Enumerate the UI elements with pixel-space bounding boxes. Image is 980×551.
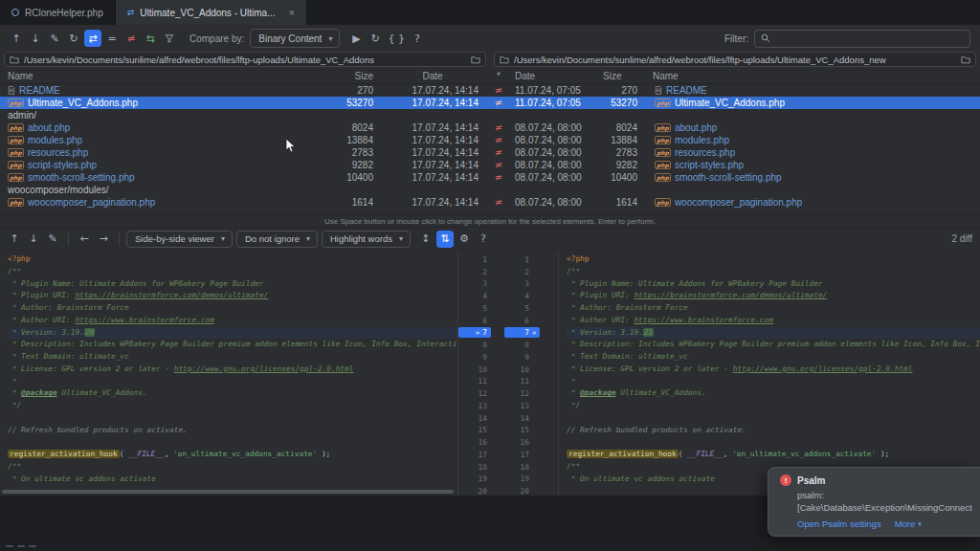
show-new-files-icon[interactable]: ⇆	[142, 30, 159, 47]
file-date-left: 17.07.24, 14:14	[379, 122, 486, 133]
right-editor-code: <?php/** * Plugin Name: Ultimate Addons …	[559, 251, 980, 496]
next-difference-icon[interactable]: ↓	[27, 30, 44, 47]
code-line: <?php	[8, 253, 457, 266]
tab-close-icon[interactable]: ×	[288, 8, 294, 17]
column-header-name_l[interactable]: Name	[0, 71, 322, 81]
directory-row[interactable]: woocomposer/modules/	[0, 184, 980, 196]
collapse-unchanged-icon[interactable]: ↕	[417, 231, 434, 248]
left-editor-code: <?php/** * Plugin Name: Ultimate Addons …	[0, 251, 457, 496]
right-browse-folder-button[interactable]	[961, 55, 970, 64]
file-name-left: phpsmooth-scroll-setting.php	[0, 172, 322, 183]
filter-funnel-icon[interactable]	[161, 30, 178, 47]
go-right-icon[interactable]: →	[95, 231, 112, 248]
file-row[interactable]: README27017.07.24, 14:14≠11.07.24, 07:05…	[0, 84, 980, 97]
column-header-date_r[interactable]: Date	[511, 71, 597, 81]
column-header-status[interactable]: *	[486, 71, 511, 81]
file-size-right: 2783	[597, 147, 647, 158]
file-size-left: 13884	[322, 135, 379, 145]
left-editor-hscrollbar[interactable]	[2, 490, 454, 494]
main-toolbar: ↑↓✎↻⇄=≠⇆ Compare by: Binary Content ▾ ▶↻…	[0, 25, 980, 52]
editor-tab[interactable]: RCloneHelper.php	[0, 0, 116, 25]
help-icon[interactable]: ?	[409, 30, 426, 47]
left-editor[interactable]: <?php/** * Plugin Name: Ultimate Addons …	[0, 251, 457, 496]
php-icon: php	[655, 173, 671, 182]
highlight-policy-select[interactable]: Highlight words▾	[322, 231, 411, 248]
ignore-policy-select[interactable]: Do not ignore▾	[236, 231, 318, 248]
file-size-left: 53270	[322, 98, 379, 108]
line-number-right: 14«	[504, 413, 540, 424]
left-browse-folder-button[interactable]	[471, 55, 480, 64]
chevron-down-icon: ▾	[221, 234, 225, 243]
file-row[interactable]: phpscript-styles.php928217.07.24, 14:14≠…	[0, 159, 980, 171]
column-header-date_l[interactable]: Date	[379, 71, 486, 81]
compare-by-select[interactable]: Binary Content ▾	[250, 29, 340, 48]
folder-icon	[500, 55, 509, 64]
code-line: /**	[8, 461, 457, 474]
edit-source-icon[interactable]: ✎	[46, 30, 63, 47]
help-icon[interactable]: ?	[475, 231, 492, 248]
viewer-mode-select[interactable]: Side-by-side viewer▾	[126, 231, 233, 248]
refresh-icon[interactable]: ↻	[65, 30, 82, 47]
line-number-left: »16	[458, 437, 491, 448]
file-row[interactable]: phpmodules.php1388417.07.24, 14:14≠08.07…	[0, 134, 980, 146]
file-row[interactable]: phpwoocomposer_pagination.php161417.07.2…	[0, 196, 980, 209]
sync-scrolling-toggle[interactable]: ⇅	[436, 231, 454, 248]
show-different-files-icon[interactable]: ≠	[122, 30, 140, 47]
filter-field[interactable]	[754, 30, 970, 48]
line-number-right: 15«	[504, 425, 540, 435]
previous-difference-icon[interactable]: ↑	[8, 30, 25, 47]
compare-by-label: Compare by:	[189, 33, 244, 44]
column-header-size_l[interactable]: Size	[322, 71, 379, 81]
column-header-size_r[interactable]: Size	[597, 71, 647, 81]
line-number-left: »18	[458, 462, 491, 473]
show-equal-files-icon[interactable]: =	[103, 30, 121, 47]
swap-sides-icon[interactable]: ⇄	[84, 30, 101, 47]
file-name-right: phpresources.php	[647, 147, 980, 158]
previous-change-icon[interactable]: ↑	[6, 231, 23, 248]
php-icon: php	[8, 99, 24, 107]
filter-input[interactable]	[775, 33, 964, 44]
tab-title: Ultimate_VC_Addons - Ultima...	[140, 8, 275, 18]
file-row[interactable]: phpresources.php278317.07.24, 14:14≠08.0…	[0, 146, 980, 159]
code-line: * Text Domain: ultimate_vc	[567, 351, 980, 364]
right-path-field[interactable]: /Users/kevin/Documents/sunlime/alfred/we…	[494, 52, 976, 67]
directory-row[interactable]: admin/	[0, 109, 980, 121]
gutter-line: »77«	[458, 327, 558, 340]
settings-gear-icon[interactable]: ⚙	[456, 231, 473, 248]
column-header-name_r[interactable]: Name	[647, 71, 980, 81]
file-name-left: phpmodules.php	[0, 135, 322, 145]
jump-to-source-icon[interactable]: ✎	[44, 231, 61, 248]
file-date-left: 17.07.24, 14:14	[379, 98, 486, 108]
braces-icon[interactable]: { }	[386, 30, 407, 47]
file-date-left: 17.07.24, 14:14	[379, 135, 486, 145]
file-size-right: 270	[597, 85, 647, 96]
line-number-left: »2	[458, 267, 491, 277]
code-line: * Version: 3.19.21	[567, 327, 980, 340]
diff-nav-icons: ↑↓✎	[6, 231, 61, 248]
diff-current-marker-right[interactable]: 7«	[504, 327, 540, 338]
next-change-icon[interactable]: ↓	[25, 231, 42, 248]
directory-name: admin/	[8, 110, 36, 121]
more-link[interactable]: More ▾	[895, 518, 922, 529]
line-number-left: »19	[458, 474, 491, 484]
file-row[interactable]: phpabout.php802417.07.24, 14:14≠08.07.24…	[0, 121, 980, 134]
diff-current-marker-left[interactable]: »7	[458, 327, 491, 338]
run-compare-icon[interactable]: ▶	[347, 30, 365, 47]
code-line: * Version: 3.19.20	[8, 327, 457, 340]
left-path-field[interactable]: /Users/kevin/Documents/sunlime/alfred/we…	[4, 52, 486, 67]
right-path-text: /Users/kevin/Documents/sunlime/alfred/we…	[514, 55, 956, 65]
file-size-right: 10400	[597, 172, 647, 183]
synchronize-icon[interactable]: ↻	[367, 30, 384, 47]
line-number-right: 8«	[504, 340, 540, 350]
line-number-right: 13«	[504, 401, 540, 411]
line-number-right: 11«	[504, 376, 540, 386]
editor-tab[interactable]: ⇄Ultimate_VC_Addons - Ultima...×	[116, 0, 307, 25]
file-row[interactable]: phpUltimate_VC_Addons.php5327017.07.24, …	[0, 97, 980, 109]
file-date-right: 08.07.24, 08:00	[511, 160, 597, 170]
open-psalm-settings-link[interactable]: Open Psalm settings	[797, 518, 881, 529]
file-row[interactable]: phpsmooth-scroll-setting.php1040017.07.2…	[0, 171, 980, 184]
go-left-icon[interactable]: ←	[76, 231, 93, 248]
gutter-line: »22«	[458, 266, 558, 278]
right-editor[interactable]: <?php/** * Plugin Name: Ultimate Addons …	[559, 251, 980, 496]
compare-by-value: Binary Content	[258, 33, 322, 44]
